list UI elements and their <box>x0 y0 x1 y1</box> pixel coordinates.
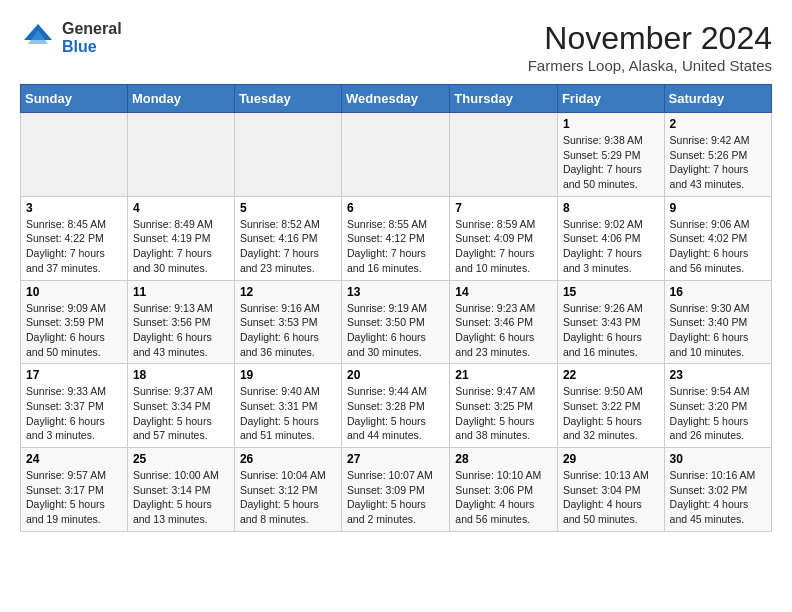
weekday-header-monday: Monday <box>127 85 234 113</box>
day-info: Sunrise: 9:26 AM Sunset: 3:43 PM Dayligh… <box>563 301 659 360</box>
day-number: 12 <box>240 285 336 299</box>
calendar-cell: 23Sunrise: 9:54 AM Sunset: 3:20 PM Dayli… <box>664 364 771 448</box>
day-number: 14 <box>455 285 552 299</box>
calendar-cell: 11Sunrise: 9:13 AM Sunset: 3:56 PM Dayli… <box>127 280 234 364</box>
page-header: General Blue November 2024 Farmers Loop,… <box>20 20 772 74</box>
logo: General Blue <box>20 20 122 56</box>
day-number: 27 <box>347 452 444 466</box>
calendar-week-2: 10Sunrise: 9:09 AM Sunset: 3:59 PM Dayli… <box>21 280 772 364</box>
day-info: Sunrise: 10:07 AM Sunset: 3:09 PM Daylig… <box>347 468 444 527</box>
calendar-cell: 3Sunrise: 8:45 AM Sunset: 4:22 PM Daylig… <box>21 196 128 280</box>
day-info: Sunrise: 9:50 AM Sunset: 3:22 PM Dayligh… <box>563 384 659 443</box>
calendar-cell: 22Sunrise: 9:50 AM Sunset: 3:22 PM Dayli… <box>557 364 664 448</box>
day-number: 8 <box>563 201 659 215</box>
day-number: 30 <box>670 452 766 466</box>
day-info: Sunrise: 10:13 AM Sunset: 3:04 PM Daylig… <box>563 468 659 527</box>
calendar-cell <box>342 113 450 197</box>
day-number: 17 <box>26 368 122 382</box>
calendar-cell: 9Sunrise: 9:06 AM Sunset: 4:02 PM Daylig… <box>664 196 771 280</box>
calendar-title: November 2024 <box>528 20 772 57</box>
calendar-cell: 10Sunrise: 9:09 AM Sunset: 3:59 PM Dayli… <box>21 280 128 364</box>
day-info: Sunrise: 9:57 AM Sunset: 3:17 PM Dayligh… <box>26 468 122 527</box>
logo-text: General Blue <box>62 20 122 55</box>
calendar-cell: 2Sunrise: 9:42 AM Sunset: 5:26 PM Daylig… <box>664 113 771 197</box>
calendar-cell: 13Sunrise: 9:19 AM Sunset: 3:50 PM Dayli… <box>342 280 450 364</box>
day-number: 18 <box>133 368 229 382</box>
day-number: 9 <box>670 201 766 215</box>
weekday-header-saturday: Saturday <box>664 85 771 113</box>
day-info: Sunrise: 9:40 AM Sunset: 3:31 PM Dayligh… <box>240 384 336 443</box>
day-number: 3 <box>26 201 122 215</box>
day-number: 25 <box>133 452 229 466</box>
calendar-cell: 16Sunrise: 9:30 AM Sunset: 3:40 PM Dayli… <box>664 280 771 364</box>
calendar-cell: 21Sunrise: 9:47 AM Sunset: 3:25 PM Dayli… <box>450 364 558 448</box>
day-info: Sunrise: 9:13 AM Sunset: 3:56 PM Dayligh… <box>133 301 229 360</box>
day-info: Sunrise: 9:47 AM Sunset: 3:25 PM Dayligh… <box>455 384 552 443</box>
day-info: Sunrise: 9:42 AM Sunset: 5:26 PM Dayligh… <box>670 133 766 192</box>
logo-general: General <box>62 20 122 38</box>
title-block: November 2024 Farmers Loop, Alaska, Unit… <box>528 20 772 74</box>
calendar-cell: 17Sunrise: 9:33 AM Sunset: 3:37 PM Dayli… <box>21 364 128 448</box>
day-info: Sunrise: 8:52 AM Sunset: 4:16 PM Dayligh… <box>240 217 336 276</box>
calendar-cell: 6Sunrise: 8:55 AM Sunset: 4:12 PM Daylig… <box>342 196 450 280</box>
day-number: 2 <box>670 117 766 131</box>
day-number: 6 <box>347 201 444 215</box>
calendar-cell: 29Sunrise: 10:13 AM Sunset: 3:04 PM Dayl… <box>557 448 664 532</box>
day-number: 5 <box>240 201 336 215</box>
day-info: Sunrise: 8:59 AM Sunset: 4:09 PM Dayligh… <box>455 217 552 276</box>
logo-icon <box>20 20 56 56</box>
calendar-cell: 25Sunrise: 10:00 AM Sunset: 3:14 PM Dayl… <box>127 448 234 532</box>
weekday-header-wednesday: Wednesday <box>342 85 450 113</box>
calendar-cell: 20Sunrise: 9:44 AM Sunset: 3:28 PM Dayli… <box>342 364 450 448</box>
day-number: 13 <box>347 285 444 299</box>
calendar-cell <box>450 113 558 197</box>
day-info: Sunrise: 8:49 AM Sunset: 4:19 PM Dayligh… <box>133 217 229 276</box>
calendar-cell: 8Sunrise: 9:02 AM Sunset: 4:06 PM Daylig… <box>557 196 664 280</box>
calendar-week-4: 24Sunrise: 9:57 AM Sunset: 3:17 PM Dayli… <box>21 448 772 532</box>
day-info: Sunrise: 8:45 AM Sunset: 4:22 PM Dayligh… <box>26 217 122 276</box>
calendar-cell <box>21 113 128 197</box>
day-number: 1 <box>563 117 659 131</box>
day-number: 20 <box>347 368 444 382</box>
calendar-week-3: 17Sunrise: 9:33 AM Sunset: 3:37 PM Dayli… <box>21 364 772 448</box>
day-number: 4 <box>133 201 229 215</box>
calendar-cell: 19Sunrise: 9:40 AM Sunset: 3:31 PM Dayli… <box>234 364 341 448</box>
day-number: 10 <box>26 285 122 299</box>
weekday-header-tuesday: Tuesday <box>234 85 341 113</box>
day-info: Sunrise: 9:16 AM Sunset: 3:53 PM Dayligh… <box>240 301 336 360</box>
day-info: Sunrise: 9:37 AM Sunset: 3:34 PM Dayligh… <box>133 384 229 443</box>
day-info: Sunrise: 10:10 AM Sunset: 3:06 PM Daylig… <box>455 468 552 527</box>
calendar-week-0: 1Sunrise: 9:38 AM Sunset: 5:29 PM Daylig… <box>21 113 772 197</box>
calendar-week-1: 3Sunrise: 8:45 AM Sunset: 4:22 PM Daylig… <box>21 196 772 280</box>
day-number: 21 <box>455 368 552 382</box>
day-number: 16 <box>670 285 766 299</box>
calendar-cell: 5Sunrise: 8:52 AM Sunset: 4:16 PM Daylig… <box>234 196 341 280</box>
calendar-cell: 28Sunrise: 10:10 AM Sunset: 3:06 PM Dayl… <box>450 448 558 532</box>
weekday-header-row: SundayMondayTuesdayWednesdayThursdayFrid… <box>21 85 772 113</box>
weekday-header-sunday: Sunday <box>21 85 128 113</box>
calendar-cell: 24Sunrise: 9:57 AM Sunset: 3:17 PM Dayli… <box>21 448 128 532</box>
calendar-table: SundayMondayTuesdayWednesdayThursdayFrid… <box>20 84 772 532</box>
day-info: Sunrise: 10:00 AM Sunset: 3:14 PM Daylig… <box>133 468 229 527</box>
calendar-cell: 26Sunrise: 10:04 AM Sunset: 3:12 PM Dayl… <box>234 448 341 532</box>
calendar-cell: 1Sunrise: 9:38 AM Sunset: 5:29 PM Daylig… <box>557 113 664 197</box>
calendar-cell <box>234 113 341 197</box>
calendar-cell: 18Sunrise: 9:37 AM Sunset: 3:34 PM Dayli… <box>127 364 234 448</box>
day-info: Sunrise: 9:09 AM Sunset: 3:59 PM Dayligh… <box>26 301 122 360</box>
day-info: Sunrise: 9:23 AM Sunset: 3:46 PM Dayligh… <box>455 301 552 360</box>
logo-blue: Blue <box>62 38 122 56</box>
day-number: 24 <box>26 452 122 466</box>
day-number: 28 <box>455 452 552 466</box>
day-info: Sunrise: 9:33 AM Sunset: 3:37 PM Dayligh… <box>26 384 122 443</box>
day-number: 22 <box>563 368 659 382</box>
day-info: Sunrise: 9:06 AM Sunset: 4:02 PM Dayligh… <box>670 217 766 276</box>
day-number: 7 <box>455 201 552 215</box>
day-info: Sunrise: 9:38 AM Sunset: 5:29 PM Dayligh… <box>563 133 659 192</box>
calendar-cell: 15Sunrise: 9:26 AM Sunset: 3:43 PM Dayli… <box>557 280 664 364</box>
day-info: Sunrise: 10:16 AM Sunset: 3:02 PM Daylig… <box>670 468 766 527</box>
day-info: Sunrise: 8:55 AM Sunset: 4:12 PM Dayligh… <box>347 217 444 276</box>
day-number: 11 <box>133 285 229 299</box>
day-info: Sunrise: 10:04 AM Sunset: 3:12 PM Daylig… <box>240 468 336 527</box>
calendar-cell <box>127 113 234 197</box>
calendar-cell: 14Sunrise: 9:23 AM Sunset: 3:46 PM Dayli… <box>450 280 558 364</box>
